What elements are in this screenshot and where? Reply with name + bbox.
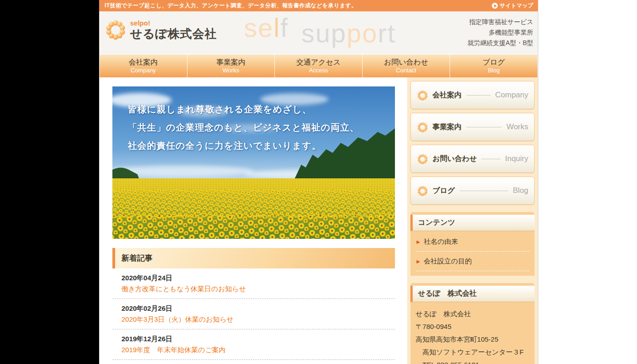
nav-item-contact[interactable]: お問い合わせ Contact (363, 55, 450, 77)
news-link[interactable]: 働き方改革にともなう休業日のお知らせ (121, 283, 246, 294)
content-area: 皆様に親しまれ尊敬される企業をめざし、 「共生」の企業理念のもと、ビジネスと福祉… (99, 77, 538, 364)
contents-panel-title: コンテンツ (410, 215, 535, 231)
divider-line (460, 191, 508, 191)
news-link[interactable]: 2019年度 年末年始休業のご案内 (121, 344, 226, 355)
triangle-bullet-icon: ▶ (417, 239, 420, 244)
bead-ring-icon (417, 90, 428, 101)
header-service-description: 指定障害福祉サービス 多機能型事業所 就労継続支援A型・B型 (467, 17, 533, 48)
sitemap-arrow-icon (492, 3, 498, 9)
news-link[interactable]: 2020年3月3日（火）休業のお知らせ (121, 314, 233, 325)
logo-english-name: selpo! (130, 20, 217, 27)
bead-ring-icon (417, 185, 428, 197)
divider-line (481, 159, 500, 159)
contents-link-purpose-of-establishment[interactable]: ▶ 会社設立の目的 (416, 252, 529, 271)
bead-ring-icon (417, 153, 428, 165)
sidebar: 会社案内 Company 事業案内 Works お問い合わせ Inquiry ブ… (407, 77, 538, 364)
news-date: 2019年12月26日 (121, 334, 395, 344)
news-section: 新着記事 2020年04月24日 働き方改革にともなう休業日のお知らせ 2020… (112, 248, 395, 364)
topbar-tagline: IT技術でテープ起こし、データ入力、アンケート調査、データ分析、報告書作成などを… (105, 2, 357, 10)
contents-link-origin-of-name[interactable]: ▶ 社名の由来 (416, 232, 529, 252)
main-navigation: 会社案内 Company 事業案内 Works 交通アクセス Access お問… (99, 54, 538, 77)
news-date: 2020年02月26日 (121, 303, 395, 314)
bead-ring-icon (417, 121, 428, 133)
page-container: IT技術でテープ起こし、データ入力、アンケート調査、データ分析、報告書作成などを… (99, 0, 538, 364)
nav-item-company[interactable]: 会社案内 Company (99, 55, 187, 77)
company-address-block: せるぽ 株式会社 〒780-0945 高知県高知市本宮町105-25 高知ソフト… (410, 302, 535, 364)
contents-panel: コンテンツ ▶ 社名の由来 ▶ 会社設立の目的 (410, 212, 535, 276)
main-column: 皆様に親しまれ尊敬される企業をめざし、 「共生」の企業理念のもと、ビジネスと福祉… (99, 77, 407, 364)
nav-item-blog[interactable]: ブログ Blog (450, 55, 538, 77)
nav-item-works[interactable]: 事業案内 Works (187, 55, 275, 77)
bead-ring-logo-icon (105, 19, 126, 41)
news-date: 2020年04月24日 (121, 273, 395, 283)
sitemap-label: サイトマップ (500, 2, 533, 10)
sidebar-item-works[interactable]: 事業案内 Works (410, 113, 535, 141)
news-more-row: » もっと見る (112, 360, 395, 364)
header: selfsupport selpo! せるぽ株式会社 指定障害福祉サービス 多機… (99, 11, 538, 54)
divider-line (466, 127, 502, 127)
company-info-title: せるぽ 株式会社 (410, 286, 535, 302)
hero-sunflower-image: 皆様に親しまれ尊敬される企業をめざし、 「共生」の企業理念のもと、ビジネスと福祉… (112, 86, 395, 239)
news-item: 2020年04月24日 働き方改革にともなう休業日のお知らせ (112, 268, 395, 299)
sidebar-item-blog[interactable]: ブログ Blog (410, 177, 535, 205)
news-item: 2020年02月26日 2020年3月3日（火）休業のお知らせ (112, 299, 395, 329)
divider-line (466, 95, 491, 96)
logo-company-name: せるぽ株式会社 (130, 27, 217, 40)
hero-slogan: 皆様に親しまれ尊敬される企業をめざし、 「共生」の企業理念のもと、ビジネスと福祉… (128, 100, 359, 155)
company-info-panel: せるぽ 株式会社 せるぽ 株式会社 〒780-0945 高知県高知市本宮町105… (410, 283, 535, 364)
watermark-self-support: selfsupport (244, 12, 396, 43)
sidebar-item-company[interactable]: 会社案内 Company (410, 81, 535, 109)
news-item: 2019年12月26日 2019年度 年末年始休業のご案内 (112, 329, 395, 360)
nav-item-access[interactable]: 交通アクセス Access (275, 55, 363, 77)
news-section-title: 新着記事 (112, 248, 395, 268)
triangle-bullet-icon: ▶ (417, 259, 420, 264)
sitemap-link[interactable]: サイトマップ (492, 2, 533, 10)
company-logo[interactable]: selpo! せるぽ株式会社 (105, 19, 217, 41)
topbar: IT技術でテープ起こし、データ入力、アンケート調査、データ分析、報告書作成などを… (99, 0, 538, 11)
sidebar-item-inquiry[interactable]: お問い合わせ Inquiry (410, 145, 535, 173)
